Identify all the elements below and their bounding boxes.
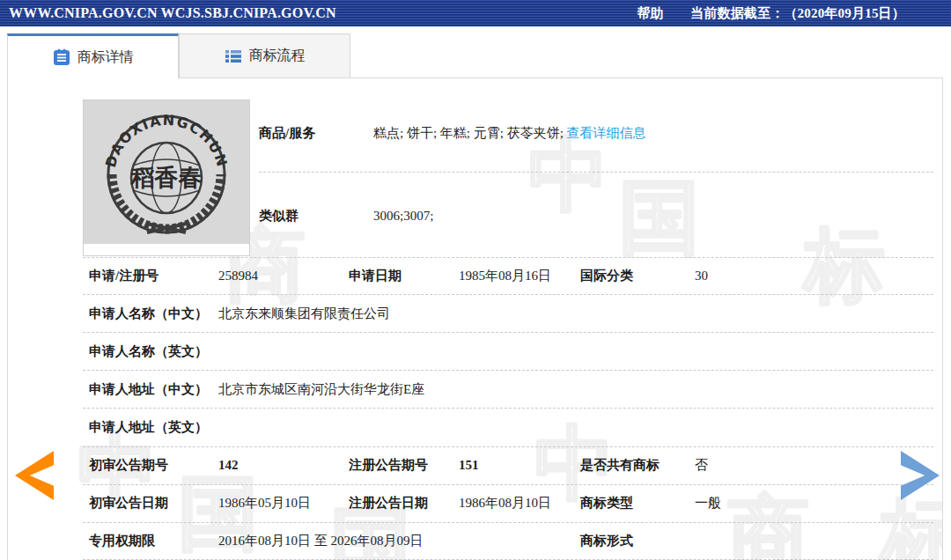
row-exclusive-period: 专用权期限 2016年08月10日 至 2026年08月09日 商标形式: [8, 531, 942, 550]
goods-value-text: 糕点; 饼干; 年糕; 元霄; 茯苓夹饼;: [373, 126, 564, 140]
reg-no-label: 申请/注册号: [89, 266, 158, 285]
row-divider: [83, 408, 933, 409]
tm-type-value: 一般: [695, 493, 721, 512]
similar-group-value: 3006;3007;: [373, 206, 433, 225]
row-similar-group: 类似群 3006;3007;: [8, 206, 942, 225]
address-en-label: 申请人地址（英文）: [89, 417, 208, 437]
tm-form-label: 商标形式: [580, 531, 633, 550]
exclusive-period-label: 专用权期限: [89, 531, 155, 550]
similar-group-label: 类似群: [259, 206, 299, 225]
is-shared-label: 是否共有商标: [580, 455, 660, 475]
tab-bar: 商标详情 商标流程: [7, 33, 350, 77]
row-divider: [83, 332, 933, 333]
row-registration: 申请/注册号 258984 申请日期 1985年08月16日 国际分类 30: [8, 266, 942, 285]
intl-class-value: 30: [695, 266, 708, 285]
svg-text:标: 标: [801, 218, 885, 313]
apply-date-value: 1985年08月16日: [459, 266, 551, 285]
row-divider: [83, 257, 933, 258]
reg-no-value: 258984: [218, 266, 258, 285]
row-address-en: 申请人地址（英文）: [8, 417, 942, 437]
row-divider: [83, 522, 933, 523]
reg-gazette-date-value: 1986年08月10日: [459, 493, 551, 512]
topbar: WWW.CNIPA.GOV.CN WCJS.SBJ.CNIPA.GOV.CN 帮…: [0, 0, 951, 26]
reg-gazette-date-label: 注册公告日期: [349, 493, 428, 512]
row-gazette-date: 初审公告日期 1986年05月10日 注册公告日期 1986年08月10日 商标…: [8, 493, 942, 512]
applicant-cn-label: 申请人名称（中文）: [89, 304, 208, 323]
row-address-cn: 申请人地址（中文） 北京市东城区南河沿大街华龙街E座: [8, 379, 942, 399]
goods-value: 糕点; 饼干; 年糕; 元霄; 茯苓夹饼; 查看详细信息: [373, 123, 646, 143]
tm-type-label: 商标类型: [580, 493, 633, 512]
list-icon: [225, 48, 242, 65]
intl-class-label: 国际分类: [580, 266, 633, 285]
row-divider: [83, 446, 933, 447]
content-panel: 中 国 商 标 中 国 中 国 商 标: [7, 77, 943, 560]
row-divider: [83, 484, 933, 485]
reg-gazette-no-label: 注册公告期号: [349, 455, 428, 475]
applicant-en-label: 申请人名称（英文）: [89, 342, 208, 361]
apply-date-label: 申请日期: [349, 266, 402, 285]
row-gazette-no: 初审公告期号 142 注册公告期号 151 是否共有商标 否: [8, 455, 942, 475]
row-divider: [259, 172, 933, 173]
reg-gazette-no-value: 151: [459, 455, 479, 475]
tab-trademark-detail[interactable]: 商标详情: [7, 33, 179, 78]
row-applicant-cn: 申请人名称（中文） 北京东来顺集团有限责任公司: [8, 304, 942, 323]
help-link[interactable]: 帮助: [638, 5, 664, 22]
tab-label: 商标流程: [249, 47, 306, 65]
first-gazette-date-value: 1986年05月10日: [218, 493, 311, 512]
is-shared-value: 否: [695, 455, 708, 475]
trademark-center-text: 稻香春: [130, 165, 203, 191]
row-goods: 商品/服务 糕点; 饼干; 年糕; 元霄; 茯苓夹饼; 查看详细信息: [8, 123, 942, 143]
first-gazette-no-value: 142: [218, 455, 239, 475]
tab-label: 商标详情: [77, 48, 134, 67]
data-cutoff-date: 当前数据截至：（2020年09月15日）: [690, 5, 905, 22]
tab-trademark-process[interactable]: 商标流程: [179, 33, 350, 77]
row-divider: [83, 370, 933, 371]
document-icon: [53, 48, 70, 66]
site-urls: WWW.CNIPA.GOV.CN WCJS.SBJ.CNIPA.GOV.CN: [9, 5, 336, 21]
row-applicant-en: 申请人名称（英文）: [8, 342, 942, 361]
exclusive-period-value: 2016年08月10日 至 2026年08月09日: [218, 531, 424, 550]
goods-label: 商品/服务: [259, 123, 315, 143]
first-gazette-date-label: 初审公告日期: [89, 493, 168, 512]
address-cn-label: 申请人地址（中文）: [89, 379, 208, 399]
row-divider: [83, 294, 933, 295]
first-gazette-no-label: 初审公告期号: [89, 455, 168, 475]
applicant-cn-value: 北京东来顺集团有限责任公司: [218, 304, 390, 323]
view-details-link[interactable]: 查看详细信息: [567, 126, 646, 140]
address-cn-value: 北京市东城区南河沿大街华龙街E座: [218, 379, 424, 399]
